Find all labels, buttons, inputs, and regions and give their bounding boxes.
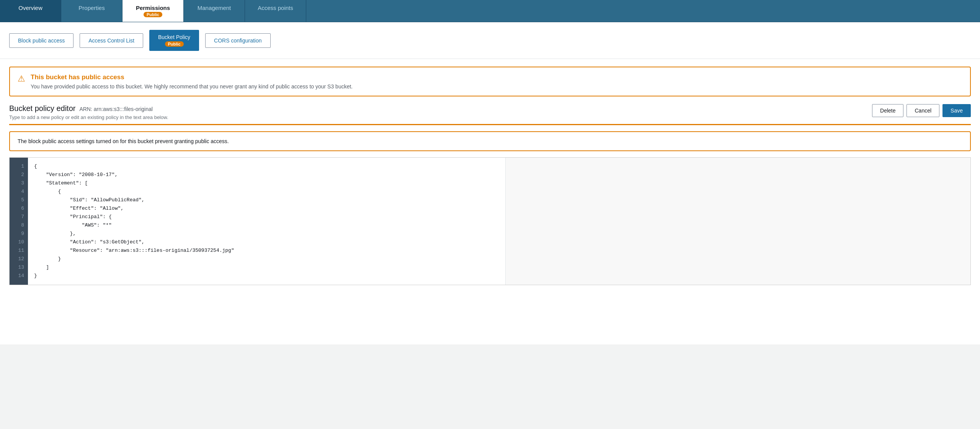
subtab-bucket-policy-label: Bucket Policy	[158, 34, 190, 40]
subtab-cors-label: CORS configuration	[214, 38, 262, 44]
warning-icon: ⚠	[18, 74, 25, 84]
subtab-acl[interactable]: Access Control List	[80, 33, 143, 48]
arn-label: ARN:	[79, 106, 92, 112]
subtab-bucket-policy[interactable]: Bucket Policy Public	[149, 30, 199, 51]
alert-body: You have provided public access to this …	[31, 83, 353, 90]
permissions-badge: Public	[144, 12, 162, 17]
tab-properties-label: Properties	[78, 5, 105, 11]
sub-navigation: Block public access Access Control List …	[0, 22, 980, 59]
editor-title-text: Bucket policy editor	[9, 104, 75, 113]
tab-overview[interactable]: Overview	[0, 0, 61, 22]
code-content[interactable]: { "Version": "2008-10-17", "Statement": …	[28, 158, 505, 285]
editor-buttons: Delete Cancel Save	[872, 104, 971, 117]
tab-permissions-label: Permissions	[136, 5, 170, 11]
line-number: 6	[10, 204, 28, 213]
line-number: 7	[10, 213, 28, 221]
line-numbers: 1234567891011121314	[10, 158, 28, 285]
tab-management[interactable]: Management	[184, 0, 245, 22]
editor-header: Bucket policy editor ARN: arn:aws:s3:::f…	[0, 96, 980, 124]
line-number: 11	[10, 246, 28, 255]
tab-management-label: Management	[198, 5, 231, 11]
line-number: 9	[10, 230, 28, 238]
alert-content: This bucket has public access You have p…	[31, 73, 353, 90]
subtab-acl-label: Access Control List	[88, 38, 134, 44]
line-number: 3	[10, 179, 28, 188]
cancel-button[interactable]: Cancel	[906, 104, 939, 117]
line-number: 14	[10, 272, 28, 280]
tab-access-points[interactable]: Access points	[245, 0, 306, 22]
editor-subtitle: Type to add a new policy or edit an exis…	[9, 114, 168, 120]
tab-overview-label: Overview	[18, 5, 42, 11]
code-editor[interactable]: 1234567891011121314 { "Version": "2008-1…	[9, 157, 971, 285]
tab-properties[interactable]: Properties	[61, 0, 122, 22]
line-number: 8	[10, 221, 28, 230]
orange-divider	[9, 124, 971, 125]
note-box: The block public access settings turned …	[9, 131, 971, 151]
editor-title-block: Bucket policy editor ARN: arn:aws:s3:::f…	[9, 104, 168, 120]
alert-title: This bucket has public access	[31, 73, 353, 81]
save-button[interactable]: Save	[942, 104, 971, 117]
subtab-cors[interactable]: CORS configuration	[205, 33, 271, 48]
subtab-block-public[interactable]: Block public access	[9, 33, 74, 48]
top-navigation: Overview Properties Permissions Public M…	[0, 0, 980, 22]
line-number: 2	[10, 171, 28, 179]
tab-permissions[interactable]: Permissions Public	[122, 0, 184, 22]
line-number: 5	[10, 196, 28, 204]
subtab-block-public-label: Block public access	[18, 38, 65, 44]
line-number: 1	[10, 162, 28, 171]
code-right-panel	[505, 158, 971, 285]
delete-button[interactable]: Delete	[872, 104, 903, 117]
bucket-policy-badge: Public	[165, 41, 184, 47]
note-text: The block public access settings turned …	[18, 138, 229, 144]
line-number: 12	[10, 255, 28, 263]
editor-title: Bucket policy editor ARN: arn:aws:s3:::f…	[9, 104, 168, 113]
line-number: 13	[10, 263, 28, 272]
editor-arn: ARN: arn:aws:s3:::files-original	[79, 106, 152, 112]
tab-access-points-label: Access points	[258, 5, 293, 11]
alert-section: ⚠ This bucket has public access You have…	[0, 59, 980, 96]
line-number: 4	[10, 188, 28, 196]
public-access-alert: ⚠ This bucket has public access You have…	[9, 67, 971, 96]
line-number: 10	[10, 238, 28, 246]
arn-value: arn:aws:s3:::files-original	[94, 106, 153, 112]
